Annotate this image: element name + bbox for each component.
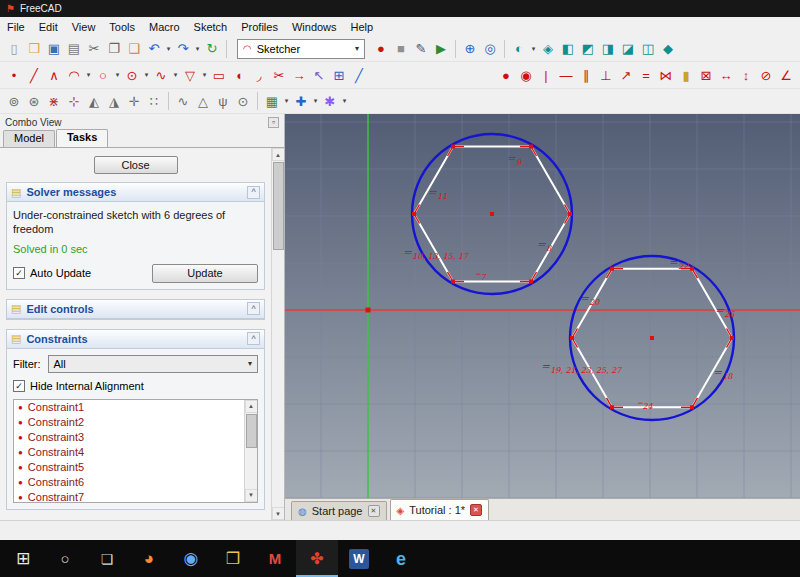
constrain-parallel-icon[interactable]: ∥ — [576, 65, 596, 85]
paste-icon[interactable]: ❑ — [124, 39, 144, 59]
menu-tools[interactable]: Tools — [102, 19, 142, 35]
macro-record-icon[interactable]: ● — [371, 39, 391, 59]
undo-icon[interactable]: ↶ — [144, 39, 164, 59]
constraint-list-item[interactable]: ●Constraint2 — [14, 415, 244, 430]
front-view-icon[interactable]: ◧ — [558, 39, 578, 59]
edit-controls-header[interactable]: ▤ Edit controls ^ — [7, 300, 264, 319]
copy-icon[interactable]: ❐ — [104, 39, 124, 59]
select-redundant-constraints-icon[interactable]: ⋇ — [44, 91, 64, 111]
scroll-up-icon[interactable]: ▲ — [272, 148, 285, 161]
external-geometry-icon[interactable]: ↖ — [309, 65, 329, 85]
constrain-coincident-icon[interactable]: ● — [496, 65, 516, 85]
create-polygon-dropdown-arrow[interactable]: ▾ — [200, 71, 209, 79]
hide-internal-alignment-checkbox[interactable]: ✓ — [13, 380, 25, 392]
toggle-construction-icon[interactable]: ╱ — [349, 65, 369, 85]
macro-edit-icon[interactable]: ✎ — [411, 39, 431, 59]
create-bspline-dropdown-arrow[interactable]: ▾ — [171, 71, 180, 79]
save-icon[interactable]: ▣ — [44, 39, 64, 59]
rear-view-icon[interactable]: ◪ — [618, 39, 638, 59]
close-tab-icon[interactable]: ✕ — [368, 505, 380, 517]
macro-play-icon[interactable]: ▶ — [431, 39, 451, 59]
bspline-degree-icon[interactable]: ∿ — [173, 91, 193, 111]
close-tab-icon[interactable]: ✕ — [470, 504, 482, 516]
constraint-list-item[interactable]: ●Constraint7 — [14, 490, 244, 503]
constraints-header[interactable]: ▤ Constraints ^ — [7, 330, 264, 349]
bspline-comb-icon[interactable]: ψ — [213, 91, 233, 111]
constraint-list-item[interactable]: ●Constraint1 — [14, 400, 244, 415]
collapse-chevron-icon[interactable]: ^ — [247, 186, 260, 199]
scroll-down-icon[interactable]: ▼ — [245, 489, 258, 502]
constrain-point-on-object-icon[interactable]: ◉ — [516, 65, 536, 85]
taskbar-freecad-app[interactable]: ✤ — [296, 540, 338, 577]
create-rectangle-icon[interactable]: ▭ — [209, 65, 229, 85]
toggle-grid-dropdown-arrow[interactable]: ▾ — [282, 97, 291, 105]
print-icon[interactable]: ▤ — [64, 39, 84, 59]
collapse-chevron-icon[interactable]: ^ — [247, 302, 260, 315]
create-polygon-icon[interactable]: ▽ — [180, 65, 200, 85]
bspline-knot-icon[interactable]: ⊙ — [233, 91, 253, 111]
create-conic-icon[interactable]: ⊙ — [122, 65, 142, 85]
taskbar-file-explorer-app[interactable]: ❒ — [212, 540, 254, 577]
bspline-control-polygon-icon[interactable]: △ — [193, 91, 213, 111]
constraint-list-item[interactable]: ●Constraint4 — [14, 445, 244, 460]
render-order-icon[interactable]: ✱ — [320, 91, 340, 111]
constrain-perpendicular-icon[interactable]: ⊥ — [596, 65, 616, 85]
constrain-distance-x-icon[interactable]: ↔ — [716, 65, 736, 85]
right-view-icon[interactable]: ◨ — [598, 39, 618, 59]
update-button[interactable]: Update — [152, 264, 258, 283]
menu-macro[interactable]: Macro — [142, 19, 187, 35]
select-conflicting-constraints-icon[interactable]: ⊹ — [64, 91, 84, 111]
constrain-equal-icon[interactable]: = — [636, 65, 656, 85]
taskbar-task-view-button[interactable]: ❏ — [86, 540, 128, 577]
taskbar-chrome-app[interactable]: ◉ — [170, 540, 212, 577]
carbon-copy-icon[interactable]: ⊞ — [329, 65, 349, 85]
render-order-dropdown-arrow[interactable]: ▾ — [340, 97, 349, 105]
toggle-snap-dropdown-arrow[interactable]: ▾ — [311, 97, 320, 105]
create-circle-icon[interactable]: ○ — [93, 65, 113, 85]
scrollbar-thumb[interactable] — [246, 414, 257, 448]
redo-icon[interactable]: ↷ — [173, 39, 193, 59]
taskbar-word-app[interactable]: W — [338, 540, 380, 577]
constrain-tangent-icon[interactable]: ↗ — [616, 65, 636, 85]
taskbar-edge-app[interactable]: e — [380, 540, 422, 577]
refresh-icon[interactable]: ↻ — [202, 39, 222, 59]
taskbar-gmail-app[interactable]: M — [254, 540, 296, 577]
constrain-symmetric-icon[interactable]: ⋈ — [656, 65, 676, 85]
create-circle-dropdown-arrow[interactable]: ▾ — [113, 71, 122, 79]
mirror-sketch-icon[interactable]: ◭ — [84, 91, 104, 111]
document-tab-start-page[interactable]: ◍Start page✕ — [291, 501, 387, 520]
constrain-horizontal-icon[interactable]: ― — [556, 65, 576, 85]
move-geometry-icon[interactable]: ✛ — [124, 91, 144, 111]
constraint-list-item[interactable]: ●Constraint6 — [14, 475, 244, 490]
top-view-icon[interactable]: ◩ — [578, 39, 598, 59]
constrain-angle-icon[interactable]: ∠ — [776, 65, 796, 85]
new-file-icon[interactable]: ▯ — [4, 39, 24, 59]
constraint-list-scrollbar[interactable]: ▲ ▼ — [244, 400, 257, 502]
origin-point[interactable] — [366, 308, 371, 313]
trim-edge-icon[interactable]: ✂ — [269, 65, 289, 85]
constraint-filter-select[interactable]: All ▾ — [48, 355, 259, 373]
create-conic-dropdown-arrow[interactable]: ▾ — [142, 71, 151, 79]
menu-view[interactable]: View — [65, 19, 103, 35]
zoom-in-icon[interactable]: ⊕ — [460, 39, 480, 59]
menu-windows[interactable]: Windows — [285, 19, 344, 35]
panel-scrollbar[interactable]: ▲ ▼ — [271, 148, 284, 520]
constrain-vertical-icon[interactable]: | — [536, 65, 556, 85]
scroll-up-icon[interactable]: ▲ — [245, 400, 258, 413]
bottom-view-icon[interactable]: ◫ — [638, 39, 658, 59]
toggle-grid-icon[interactable]: ▦ — [262, 91, 282, 111]
menu-profiles[interactable]: Profiles — [234, 19, 285, 35]
document-tab-tutorial-1-[interactable]: ◈Tutorial : 1*✕ — [390, 499, 490, 520]
create-polyline-icon[interactable]: ∧ — [44, 65, 64, 85]
create-arc-icon[interactable]: ◠ — [64, 65, 84, 85]
left-view-icon[interactable]: ◆ — [658, 39, 678, 59]
toggle-snap-icon[interactable]: ✚ — [291, 91, 311, 111]
cut-icon[interactable]: ✂ — [84, 39, 104, 59]
undo-dropdown-arrow[interactable]: ▾ — [164, 45, 173, 53]
create-arc-dropdown-arrow[interactable]: ▾ — [84, 71, 93, 79]
rectangular-array-icon[interactable]: ∷ — [144, 91, 164, 111]
constrain-distance-y-icon[interactable]: ↕ — [736, 65, 756, 85]
isometric-view-icon[interactable]: ◈ — [538, 39, 558, 59]
select-dof-elements-icon[interactable]: ⊚ — [4, 91, 24, 111]
solver-messages-header[interactable]: ▤ Solver messages ^ — [7, 183, 264, 202]
